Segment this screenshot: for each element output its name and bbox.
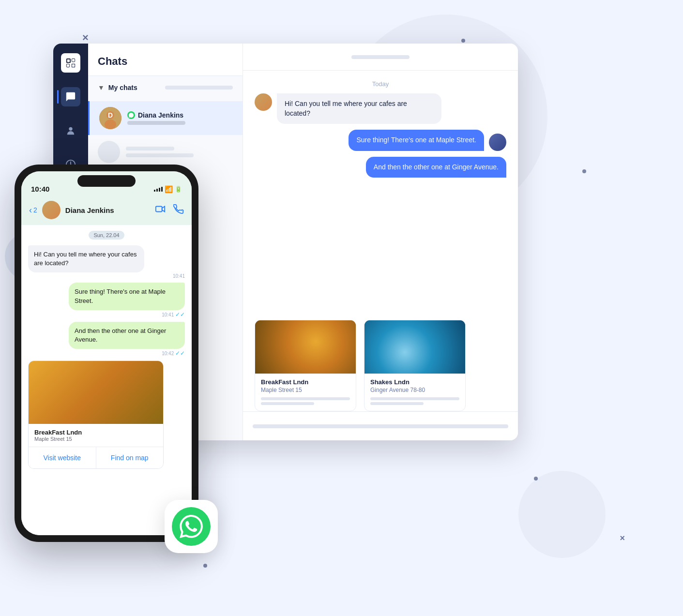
product-bar-1 bbox=[261, 397, 350, 400]
outgoing-bubble-2: And then the other one at Ginger Avenue. bbox=[366, 157, 506, 178]
food-nuts-decoration bbox=[255, 320, 356, 374]
outgoing-avatar bbox=[489, 134, 506, 151]
phone-product-addr: Maple Street 15 bbox=[34, 436, 157, 442]
svg-rect-4 bbox=[67, 60, 70, 62]
app-logo bbox=[61, 53, 80, 73]
svg-point-12 bbox=[105, 120, 116, 129]
my-chats-label: ▼ My chats bbox=[98, 84, 233, 91]
product-card-shakes[interactable]: Shakes Lndn Ginger Avenue 78-80 bbox=[364, 320, 466, 411]
phone-back-button[interactable]: ‹ 2 bbox=[29, 205, 37, 215]
product-card-breakfast[interactable]: BreakFast Lndn Maple Street 15 bbox=[255, 320, 356, 411]
visit-website-button[interactable]: Visit website bbox=[29, 447, 96, 468]
phone-chat-header: ‹ 2 Diana Jenkins bbox=[21, 197, 192, 225]
product-card-breakfast-img bbox=[255, 320, 356, 374]
video-call-icon[interactable] bbox=[155, 204, 166, 217]
product-card-shakes-img bbox=[364, 320, 465, 374]
phone-message-outgoing-2: And then the other one at Ginger Avenue.… bbox=[69, 322, 185, 357]
incoming-text-1: Hi! Can you tell me where your cafes are… bbox=[285, 100, 407, 117]
my-chats-section: ▼ My chats bbox=[88, 76, 243, 101]
phone-messages: Sun, 22.04 Hi! Can you tell me where you… bbox=[21, 225, 192, 535]
chevron-down-icon: ▼ bbox=[98, 84, 105, 91]
svg-point-8 bbox=[69, 127, 72, 131]
decoration-dot-3 bbox=[534, 477, 538, 481]
phone-outgoing-text-1: Sure thing! There's one at Maple Street. bbox=[75, 288, 166, 304]
decoration-dot-4 bbox=[203, 564, 207, 568]
diana-name-row: Diana Jenkins bbox=[127, 111, 233, 119]
chat-info-2 bbox=[126, 147, 233, 157]
svg-rect-14 bbox=[156, 206, 162, 211]
signal-bars bbox=[154, 187, 163, 192]
phone-back-count: 2 bbox=[33, 206, 37, 214]
nav-chats[interactable] bbox=[61, 87, 80, 106]
phone-contact-avatar bbox=[42, 201, 61, 219]
phone-message-outgoing-1: Sure thing! There's one at Maple Street.… bbox=[69, 283, 185, 317]
svg-rect-5 bbox=[72, 59, 75, 62]
date-label: Today bbox=[243, 71, 518, 93]
nav-contacts[interactable] bbox=[61, 121, 80, 140]
message-outgoing-1: Sure thing! There's one at Maple Street. bbox=[255, 130, 506, 151]
phone-incoming-bubble-1: Hi! Can you tell me where your cafes are… bbox=[28, 245, 144, 272]
phone-product-name: BreakFast Lndn bbox=[34, 429, 157, 436]
message-incoming-1: Hi! Can you tell me where your cafes are… bbox=[255, 93, 506, 124]
whatsapp-circle bbox=[172, 507, 211, 546]
name-placeholder-2 bbox=[126, 147, 174, 150]
message-outgoing-2: And then the other one at Ginger Avenue. bbox=[255, 157, 506, 178]
chat-top-placeholder bbox=[351, 55, 410, 59]
chat-input-placeholder[interactable] bbox=[253, 424, 508, 428]
outgoing-text-1: Sure thing! There's one at Maple Street. bbox=[356, 136, 476, 144]
phone-product-body: BreakFast Lndn Maple Street 15 bbox=[29, 424, 163, 447]
svg-rect-6 bbox=[67, 64, 70, 67]
phone-message-incoming-1: Hi! Can you tell me where your cafes are… bbox=[28, 245, 185, 279]
chat-item-diana[interactable]: D Diana Jenkins bbox=[88, 101, 243, 135]
phone-mockup: 10:40 📶 🔋 ‹ 2 Diana Jenkins bbox=[15, 165, 198, 542]
outgoing-text-2: And then the other one at Ginger Avenue. bbox=[374, 163, 499, 171]
find-on-map-button[interactable]: Find on map bbox=[96, 447, 164, 468]
preview-placeholder-2 bbox=[126, 153, 194, 157]
bg-decoration-circle-small bbox=[518, 471, 606, 558]
decoration-dot-5 bbox=[582, 169, 586, 173]
product-bar-3 bbox=[370, 397, 459, 400]
decoration-cross-1: × bbox=[82, 31, 89, 44]
svg-text:D: D bbox=[108, 111, 113, 119]
diana-chat-info: Diana Jenkins bbox=[127, 111, 233, 125]
diana-name: Diana Jenkins bbox=[138, 111, 183, 119]
phone-date-label: Sun, 22.04 bbox=[89, 231, 124, 240]
product-bar-2 bbox=[261, 402, 314, 405]
phone-product-img bbox=[29, 361, 163, 424]
signal-bar-4 bbox=[161, 187, 163, 192]
avatar-2 bbox=[98, 141, 120, 163]
decoration-dot-6 bbox=[461, 39, 465, 43]
phone-msg-time-2: 10:41 ✓✓ bbox=[69, 311, 185, 318]
back-chevron-icon: ‹ bbox=[29, 205, 32, 215]
product-cards: BreakFast Lndn Maple Street 15 Shakes Ln… bbox=[243, 316, 518, 411]
chat-preview-bar bbox=[127, 121, 185, 125]
chats-header: Chats bbox=[88, 44, 243, 76]
incoming-avatar bbox=[255, 93, 272, 111]
whatsapp-badge bbox=[127, 111, 135, 119]
product-name-breakfast: BreakFast Lndn bbox=[261, 378, 350, 386]
phone-notch bbox=[77, 175, 136, 187]
product-bar-4 bbox=[370, 402, 424, 405]
food-coconut-decoration bbox=[364, 320, 465, 374]
product-card-breakfast-body: BreakFast Lndn Maple Street 15 bbox=[255, 374, 356, 411]
decoration-cross-3: × bbox=[620, 533, 625, 543]
signal-bar-1 bbox=[154, 190, 155, 192]
phone-msg-time-3: 10:42 ✓✓ bbox=[69, 350, 185, 357]
phone-msg-time-1: 10:41 bbox=[28, 273, 185, 279]
phone-product-buttons: Visit website Find on map bbox=[29, 447, 163, 468]
read-check-2: ✓✓ bbox=[175, 350, 185, 357]
svg-rect-7 bbox=[72, 64, 75, 67]
phone-time: 10:40 bbox=[31, 185, 49, 193]
search-placeholder bbox=[165, 86, 233, 90]
phone-call-icon[interactable] bbox=[173, 204, 184, 217]
phone-action-icons bbox=[155, 204, 184, 217]
whatsapp-float-badge bbox=[165, 500, 218, 553]
read-check-1: ✓✓ bbox=[175, 311, 185, 318]
phone-outgoing-text-2: And then the other one at Ginger Avenue. bbox=[75, 327, 166, 343]
phone-screen: 10:40 📶 🔋 ‹ 2 Diana Jenkins bbox=[21, 171, 192, 535]
phone-outgoing-bubble-1: Sure thing! There's one at Maple Street. bbox=[69, 283, 185, 310]
phone-outgoing-bubble-2: And then the other one at Ginger Avenue. bbox=[69, 322, 185, 349]
product-card-shakes-body: Shakes Lndn Ginger Avenue 78-80 bbox=[364, 374, 465, 411]
battery-icon: 🔋 bbox=[175, 186, 182, 193]
incoming-bubble-1: Hi! Can you tell me where your cafes are… bbox=[277, 93, 441, 124]
